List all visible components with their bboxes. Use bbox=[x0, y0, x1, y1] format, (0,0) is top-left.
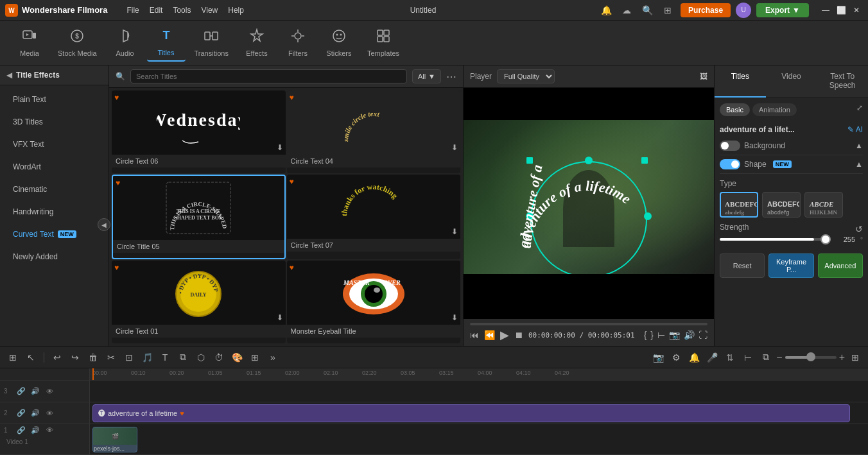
redo-button[interactable]: ↪ bbox=[67, 350, 83, 365]
sub-tab-basic[interactable]: Basic bbox=[720, 103, 750, 116]
fit-button[interactable]: ⊞ bbox=[247, 350, 263, 365]
tool-media[interactable]: Media bbox=[10, 24, 49, 61]
track-mute-button[interactable]: 🔊 bbox=[30, 386, 41, 397]
sidebar-item-wordart[interactable]: WordArt bbox=[3, 156, 106, 178]
tab-video[interactable]: Video bbox=[766, 65, 817, 98]
crop-button[interactable]: ⊡ bbox=[121, 350, 137, 365]
tool-templates[interactable]: Templates bbox=[361, 24, 406, 61]
thumb-circle-title-05[interactable]: THIS IS A CIRCLE-SHAPED TEXT BOX · THIS … bbox=[112, 175, 286, 260]
download-icon[interactable]: ⬇ bbox=[277, 143, 283, 152]
background-arrow-icon[interactable]: ▲ bbox=[855, 141, 863, 150]
color-button[interactable]: 🎨 bbox=[229, 350, 245, 365]
thumb-circle-text-01[interactable]: • DYP • DYP • DYP • DAILY ♥ ⬇ Circle Tex… bbox=[112, 261, 286, 343]
thumb-monster-eyeball[interactable]: MASTER EVER ♥ ⬇ Monster Eyeball Title bbox=[287, 261, 461, 343]
tool-filters[interactable]: Filters bbox=[279, 24, 317, 61]
zoom-out-button[interactable]: − bbox=[776, 352, 782, 363]
play-button[interactable]: ▶ bbox=[500, 328, 509, 342]
menu-file[interactable]: File bbox=[123, 3, 143, 17]
tool-titles[interactable]: T Titles bbox=[147, 24, 186, 62]
tl-icon3[interactable]: 🔔 bbox=[686, 350, 702, 365]
menu-edit[interactable]: Edit bbox=[146, 3, 167, 17]
tl-icon6[interactable]: ⊢ bbox=[740, 350, 756, 365]
download-icon[interactable]: ⬇ bbox=[451, 227, 458, 236]
tab-text-to-speech[interactable]: Text To Speech bbox=[817, 65, 868, 98]
thumb-circle-text-06[interactable]: Wednesday ♥ ⬇ Circle Text 06 bbox=[112, 90, 286, 173]
menu-help[interactable]: Help bbox=[224, 3, 248, 17]
sidebar-item-cinematic[interactable]: Cinematic bbox=[3, 178, 106, 200]
type-option-sans[interactable]: ABCDEFG abcdefg bbox=[762, 192, 801, 218]
background-toggle[interactable] bbox=[720, 141, 740, 151]
apps-icon[interactable]: ⊞ bbox=[660, 3, 675, 18]
left-panel-collapse-arrow[interactable]: ◀ bbox=[98, 218, 110, 231]
mark-out-button[interactable]: } bbox=[650, 330, 654, 340]
sidebar-item-plain-text[interactable]: Plain Text bbox=[3, 89, 106, 110]
sidebar-item-newly-added[interactable]: Newly Added bbox=[3, 246, 106, 268]
notification-icon[interactable]: 🔔 bbox=[598, 3, 614, 18]
filter-button[interactable]: All ▼ bbox=[412, 69, 441, 83]
mark-in-button[interactable]: { bbox=[644, 330, 647, 340]
preview-icon[interactable]: 🖼 bbox=[700, 72, 707, 81]
transform-button[interactable]: ⬡ bbox=[193, 350, 209, 365]
sidebar-item-vfx-text[interactable]: VFX Text bbox=[3, 133, 106, 155]
tl-icon4[interactable]: 🎤 bbox=[704, 350, 720, 365]
track2-mute-button[interactable]: 🔊 bbox=[30, 408, 41, 419]
grid-view-button[interactable]: ⊞ bbox=[847, 350, 863, 365]
collapse-button[interactable]: ◀ bbox=[6, 71, 12, 80]
sidebar-item-3d-titles[interactable]: 3D Titles bbox=[3, 111, 106, 133]
track-link-button[interactable]: 🔗 bbox=[15, 386, 27, 397]
type-option-alt[interactable]: ABCDE HIJKLMN bbox=[804, 192, 843, 218]
track1-link-button[interactable]: 🔗 bbox=[15, 424, 27, 436]
skip-back-button[interactable]: ⏮ bbox=[470, 330, 479, 340]
cursor-button[interactable]: ↖ bbox=[23, 350, 39, 365]
zoom-track[interactable] bbox=[785, 356, 837, 359]
menu-view[interactable]: View bbox=[197, 3, 221, 17]
shape-arrow-icon[interactable]: ▲ bbox=[855, 160, 863, 169]
tool-audio[interactable]: Audio bbox=[106, 24, 144, 61]
download-icon[interactable]: ⬇ bbox=[451, 313, 458, 322]
copy-button[interactable]: ⧉ bbox=[175, 350, 191, 365]
reset-button[interactable]: Reset bbox=[720, 253, 765, 278]
title-clip[interactable]: 🅣 adventure of a lifetime ♥ bbox=[92, 404, 850, 422]
sub-tab-animation[interactable]: Animation bbox=[752, 103, 797, 116]
sidebar-item-curved-text[interactable]: Curved Text NEW bbox=[3, 223, 106, 245]
playhead[interactable] bbox=[92, 368, 94, 380]
tool-transitions[interactable]: Transitions bbox=[188, 24, 235, 61]
download-icon[interactable]: ⬇ bbox=[277, 313, 283, 322]
reset-icon[interactable]: ↺ bbox=[855, 224, 863, 234]
advanced-button[interactable]: Advanced bbox=[818, 253, 863, 278]
track-options-button[interactable]: ⊞ bbox=[5, 350, 21, 365]
speed-button[interactable]: ⏱ bbox=[211, 350, 227, 365]
stop-button[interactable]: ⏹ bbox=[514, 330, 523, 340]
cloud-icon[interactable]: ☁ bbox=[619, 3, 634, 18]
track1-mute-button[interactable]: 🔊 bbox=[30, 424, 41, 436]
keyframe-button[interactable]: Keyframe P... bbox=[768, 253, 813, 278]
tl-icon7[interactable]: ⧉ bbox=[758, 350, 774, 365]
search-icon[interactable]: 🔍 bbox=[639, 3, 655, 18]
delete-button[interactable]: 🗑 bbox=[85, 350, 101, 365]
tab-titles[interactable]: Titles bbox=[715, 65, 766, 98]
video-clip[interactable]: 🎬 pexels-jos... bbox=[92, 427, 137, 452]
track2-link-button[interactable]: 🔗 bbox=[15, 408, 27, 419]
progress-bar[interactable] bbox=[470, 323, 707, 325]
split-audio-button[interactable]: 🎵 bbox=[139, 350, 155, 365]
shape-toggle[interactable] bbox=[720, 159, 740, 169]
camera-btn[interactable]: 📷 bbox=[650, 350, 666, 365]
fullscreen-button[interactable]: ⛶ bbox=[699, 330, 707, 340]
tool-effects[interactable]: Effects bbox=[238, 24, 276, 61]
track-visible-button[interactable]: 👁 bbox=[44, 386, 55, 397]
avatar[interactable]: U bbox=[736, 3, 751, 18]
tl-icon5[interactable]: ⇅ bbox=[722, 350, 738, 365]
screenshot-button[interactable]: 📷 bbox=[669, 330, 680, 340]
tool-stock-media[interactable]: $ Stock Media bbox=[51, 24, 103, 61]
audio-button[interactable]: 🔊 bbox=[684, 330, 695, 340]
type-option-serif[interactable]: ABCDEFG abcdefg bbox=[720, 192, 758, 218]
search-input[interactable] bbox=[130, 69, 407, 83]
undo-button[interactable]: ↩ bbox=[49, 350, 65, 365]
minimize-button[interactable]: — bbox=[819, 4, 832, 17]
sidebar-item-handwriting[interactable]: Handwriting bbox=[3, 201, 106, 223]
more-options-button[interactable]: ⋯ bbox=[446, 71, 456, 83]
edit-icon[interactable]: ✎ AI bbox=[847, 125, 863, 134]
strength-slider[interactable] bbox=[720, 238, 831, 241]
thumb-thanks-watching[interactable]: thanks for watching ♥ ⬇ Circle Text 07 bbox=[287, 175, 461, 260]
download-icon[interactable]: ⬇ bbox=[451, 143, 458, 152]
